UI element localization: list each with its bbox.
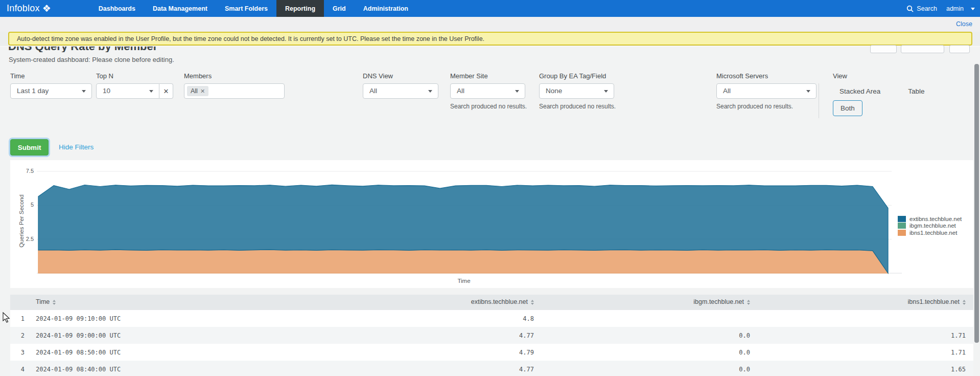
tab-grid[interactable]: Grid xyxy=(324,0,355,17)
legend-label: ibns1.techblue.net xyxy=(909,230,957,236)
microsoft-servers-dropdown[interactable]: All xyxy=(716,83,816,99)
cell-v1: 4.8 xyxy=(230,315,534,322)
dashboard-subtitle: System-created dashboard: Please clone b… xyxy=(9,56,174,63)
view-option-table[interactable]: Table xyxy=(908,87,924,95)
group-by-no-results-note: Search produced no results. xyxy=(539,103,616,110)
filter-group-by: Group By EA Tag/Field None Search produc… xyxy=(539,72,616,110)
results-table: Time extibns.techblue.net ibgm.techblue.… xyxy=(10,295,973,376)
legend-label: ibgm.techblue.net xyxy=(909,223,956,229)
nav-tabs: Dashboards Data Management Smart Folders… xyxy=(90,0,417,17)
table-header-row: Time extibns.techblue.net ibgm.techblue.… xyxy=(10,295,973,310)
legend-label: extibns.techblue.net xyxy=(909,216,962,222)
cell-v2: 0.0 xyxy=(534,349,750,356)
dashboard-content: DNS Query Rate by Member System-created … xyxy=(0,46,980,376)
cell-v1: 4.79 xyxy=(230,349,534,356)
top-n-dropdown[interactable]: 10 xyxy=(96,83,159,99)
member-site-dropdown[interactable]: All xyxy=(450,83,525,99)
legend-item[interactable]: extibns.techblue.net xyxy=(898,215,962,223)
filter-members: Members All✕ xyxy=(184,72,285,99)
dns-view-dropdown-value: All xyxy=(369,87,377,95)
notice-strip: Close xyxy=(0,17,980,32)
tab-data-management[interactable]: Data Management xyxy=(144,0,216,17)
toolbar-button-3[interactable] xyxy=(949,45,970,53)
members-filter-label: Members xyxy=(184,72,285,80)
group-by-dropdown[interactable]: None xyxy=(539,83,614,99)
time-dropdown-value: Last 1 day xyxy=(17,87,49,95)
group-by-dropdown-value: None xyxy=(546,87,562,95)
legend-swatch xyxy=(898,216,906,222)
notice-close-button[interactable]: Close xyxy=(956,20,972,28)
cell-v3: 1.71 xyxy=(750,332,966,339)
search-icon xyxy=(906,5,914,12)
table-row[interactable]: 32024-01-09 08:50:00 UTC4.790.01.71 xyxy=(10,344,973,361)
dns-view-filter-label: DNS View xyxy=(363,72,438,80)
table-row[interactable]: 22024-01-09 09:00:00 UTC4.770.01.71 xyxy=(10,327,973,344)
x-axis-label: Time xyxy=(441,278,487,284)
cell-v2: 0.0 xyxy=(534,366,750,373)
search-label: Search xyxy=(917,5,937,12)
time-dropdown[interactable]: Last 1 day xyxy=(10,83,92,99)
toolbar-button-1[interactable] xyxy=(870,45,897,53)
legend-swatch xyxy=(898,230,906,236)
cell-time: 2024-01-09 09:10:00 UTC xyxy=(25,315,230,322)
view-option-both-button[interactable]: Both xyxy=(833,100,862,116)
username: admin xyxy=(946,5,964,12)
view-filter-label: View xyxy=(833,72,925,80)
column-header-ibns1[interactable]: ibns1.techblue.net xyxy=(750,298,966,306)
top-n-filter-label: Top N xyxy=(96,72,173,80)
filter-top-n: Top N 10 ✕ xyxy=(96,72,173,99)
filter-dns-view: DNS View All xyxy=(363,72,438,99)
toolbar-button-2[interactable] xyxy=(901,45,944,53)
nav-right: Search admin xyxy=(906,0,975,17)
sort-icon xyxy=(963,298,966,306)
top-n-dropdown-value: 10 xyxy=(103,87,110,95)
tab-reporting[interactable]: Reporting xyxy=(276,0,324,17)
table-row[interactable]: 42024-01-09 08:40:00 UTC4.770.01.65 xyxy=(10,361,973,376)
cell-v2: 0.0 xyxy=(534,332,750,339)
member-site-no-results-note: Search produced no results. xyxy=(450,103,527,110)
tag-remove-icon[interactable]: ✕ xyxy=(200,88,205,94)
vertical-scrollbar[interactable] xyxy=(974,64,979,343)
members-tag-all[interactable]: All✕ xyxy=(187,86,208,96)
infoblox-logo[interactable]: Infoblox ❖ xyxy=(0,0,58,17)
timezone-warning-text: Auto-detect time zone was enabled in the… xyxy=(17,35,484,42)
cell-num: 1 xyxy=(10,315,25,322)
cell-num: 4 xyxy=(10,366,25,373)
tab-dashboards[interactable]: Dashboards xyxy=(90,0,144,17)
filter-divider xyxy=(819,83,819,118)
view-option-stacked-area[interactable]: Stacked Area xyxy=(839,87,880,95)
user-menu[interactable]: admin xyxy=(946,5,975,12)
group-by-filter-label: Group By EA Tag/Field xyxy=(539,72,616,80)
global-search[interactable]: Search xyxy=(906,5,937,12)
page-title: DNS Query Rate by Member xyxy=(8,47,315,52)
column-header-ibgm[interactable]: ibgm.techblue.net xyxy=(534,298,750,306)
timezone-warning-banner: Auto-detect time zone was enabled in the… xyxy=(8,32,972,46)
members-input[interactable]: All✕ xyxy=(184,83,285,99)
cell-time: 2024-01-09 09:00:00 UTC xyxy=(25,332,230,339)
filter-member-site: Member Site All Search produced no resul… xyxy=(450,72,527,110)
chart-legend: extibns.techblue.netibgm.techblue.netibn… xyxy=(898,215,962,236)
chart-panel: 7.5 5 2.5 Queries Per Second Time extibn… xyxy=(10,160,973,288)
y-tick-7-5: 7.5 xyxy=(13,168,34,174)
column-header-extibns[interactable]: extibns.techblue.net xyxy=(230,298,534,306)
table-row[interactable]: 12024-01-09 09:10:00 UTC4.8 xyxy=(10,310,973,327)
member-site-dropdown-value: All xyxy=(457,87,464,95)
tab-administration[interactable]: Administration xyxy=(355,0,417,17)
top-n-clear-button[interactable]: ✕ xyxy=(159,83,173,99)
submit-button[interactable]: Submit xyxy=(10,139,49,156)
cell-v3: 1.71 xyxy=(750,349,966,356)
top-nav: Infoblox ❖ Dashboards Data Management Sm… xyxy=(0,0,980,17)
area-series-ibns1.techblue.net xyxy=(38,250,888,273)
sort-icon xyxy=(53,298,56,306)
hide-filters-link[interactable]: Hide Filters xyxy=(59,143,94,151)
brand-name: Infoblox xyxy=(7,3,40,14)
legend-item[interactable]: ibns1.techblue.net xyxy=(898,229,962,236)
dns-view-dropdown[interactable]: All xyxy=(363,83,438,99)
tab-smart-folders[interactable]: Smart Folders xyxy=(216,0,276,17)
column-header-time[interactable]: Time xyxy=(25,298,230,306)
microsoft-servers-dropdown-value: All xyxy=(723,87,731,95)
cell-num: 3 xyxy=(10,349,25,356)
legend-item[interactable]: ibgm.techblue.net xyxy=(898,223,962,230)
cell-time: 2024-01-09 08:50:00 UTC xyxy=(25,349,230,356)
cell-v1: 4.77 xyxy=(230,366,534,373)
